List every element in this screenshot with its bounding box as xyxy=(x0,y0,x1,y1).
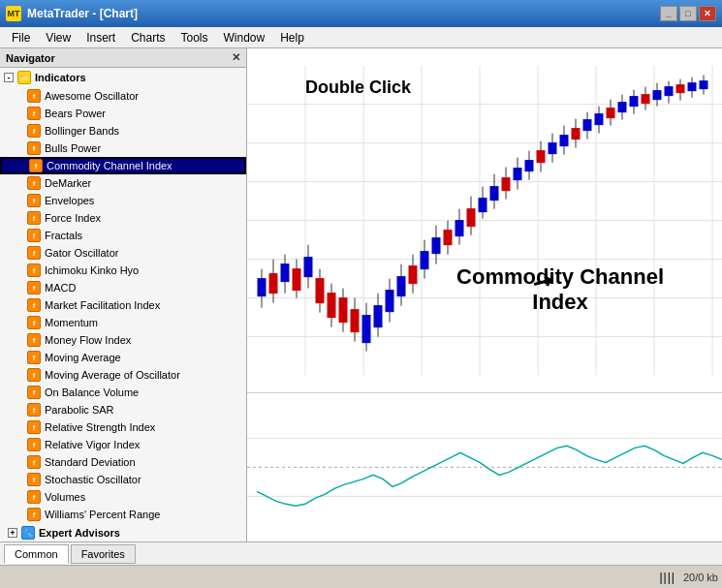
indicator-label-3: Bulls Power xyxy=(45,142,101,154)
menu-item-file[interactable]: File xyxy=(4,29,38,46)
indicator-label-19: Relative Strength Index xyxy=(45,421,155,433)
indicator-icon-20: f xyxy=(27,438,41,451)
status-info: 20/0 kb xyxy=(683,572,718,583)
svg-rect-72 xyxy=(583,120,591,131)
navigator-body[interactable]: - 📁 Indicators fAwesome OscillatorfBears… xyxy=(0,68,246,542)
indicators-section[interactable]: - 📁 Indicators xyxy=(0,68,246,87)
svg-rect-60 xyxy=(514,169,521,180)
indicator-label-23: Volumes xyxy=(45,491,85,503)
tab-favorites[interactable]: Favorites xyxy=(71,544,136,564)
indicator-item-24[interactable]: fWilliams' Percent Range xyxy=(0,506,246,523)
svg-rect-74 xyxy=(595,114,603,125)
minimize-button[interactable]: _ xyxy=(660,6,677,21)
navigator-close-button[interactable]: ✕ xyxy=(232,51,240,64)
svg-rect-82 xyxy=(642,95,649,104)
indicator-label-4: Commodity Channel Index xyxy=(47,160,173,171)
indicator-item-11[interactable]: fMACD xyxy=(0,279,246,296)
indicator-item-0[interactable]: fAwesome Oscillator xyxy=(0,87,246,105)
indicator-label-11: MACD xyxy=(45,282,76,294)
indicator-item-17[interactable]: fOn Balance Volume xyxy=(0,384,246,401)
menu-bar: FileViewInsertChartsToolsWindowHelp xyxy=(0,27,722,48)
indicator-label-10: Ichimoku Kinko Hyo xyxy=(45,264,139,276)
expert-advisors-section[interactable]: + 🔧 Expert Advisors xyxy=(0,523,246,542)
svg-rect-38 xyxy=(386,291,393,312)
bars-indicator-icon: |||| xyxy=(659,571,675,584)
svg-rect-64 xyxy=(537,151,545,163)
ea-folder-icon: 🔧 xyxy=(21,526,35,540)
double-click-annotation: Double Click xyxy=(305,77,411,98)
menu-item-help[interactable]: Help xyxy=(272,29,312,46)
svg-rect-68 xyxy=(560,136,568,146)
indicator-item-13[interactable]: fMomentum xyxy=(0,314,246,331)
indicator-label-20: Relative Vigor Index xyxy=(45,439,140,450)
svg-rect-56 xyxy=(490,187,498,201)
cci-chart-svg xyxy=(247,393,722,542)
indicator-item-8[interactable]: fFractals xyxy=(0,227,246,244)
cci-annotation: Commodity ChannelIndex xyxy=(456,264,664,316)
svg-rect-24 xyxy=(304,258,312,277)
indicator-label-21: Standard Deviation xyxy=(45,456,136,468)
indicator-item-20[interactable]: fRelative Vigor Index xyxy=(0,436,246,453)
indicator-icon-17: f xyxy=(27,386,41,399)
indicator-item-7[interactable]: fForce Index xyxy=(0,209,246,227)
indicator-item-1[interactable]: fBears Power xyxy=(0,105,246,122)
svg-rect-18 xyxy=(269,274,277,294)
bottom-bar: |||| 20/0 kb xyxy=(0,565,722,588)
svg-rect-86 xyxy=(665,87,673,96)
indicator-icon-21: f xyxy=(27,455,41,469)
svg-rect-70 xyxy=(572,129,580,139)
menu-item-window[interactable]: Window xyxy=(216,29,273,46)
indicator-icon-23: f xyxy=(27,490,41,504)
indicator-label-14: Money Flow Index xyxy=(45,334,131,346)
navigator-panel: Navigator ✕ - 📁 Indicators fAwesome Osci… xyxy=(0,48,247,542)
indicator-label-8: Fractals xyxy=(45,230,82,241)
indicators-expand-icon[interactable]: - xyxy=(4,73,14,82)
menu-item-insert[interactable]: Insert xyxy=(78,29,123,46)
indicator-item-10[interactable]: fIchimoku Kinko Hyo xyxy=(0,262,246,279)
indicator-item-22[interactable]: fStochastic Oscillator xyxy=(0,471,246,488)
svg-rect-28 xyxy=(328,294,335,318)
svg-rect-32 xyxy=(351,310,359,332)
tab-common[interactable]: Common xyxy=(4,544,69,564)
indicator-item-18[interactable]: fParabolic SAR xyxy=(0,401,246,418)
menu-item-charts[interactable]: Charts xyxy=(123,29,173,46)
indicator-item-9[interactable]: fGator Oscillator xyxy=(0,244,246,262)
svg-rect-48 xyxy=(444,231,452,245)
indicator-item-5[interactable]: fDeMarker xyxy=(0,174,246,192)
indicators-section-label: Indicators xyxy=(35,72,86,83)
indicator-icon-11: f xyxy=(27,281,41,294)
maximize-button[interactable]: □ xyxy=(679,6,697,21)
menu-item-view[interactable]: View xyxy=(38,29,78,46)
indicator-label-0: Awesome Oscillator xyxy=(45,90,139,102)
indicator-icon-9: f xyxy=(27,246,41,260)
svg-rect-78 xyxy=(618,103,626,112)
menu-item-tools[interactable]: Tools xyxy=(173,29,216,46)
indicator-label-16: Moving Average of Oscillator xyxy=(45,369,180,381)
close-button[interactable]: ✕ xyxy=(699,6,716,21)
navigator-header: Navigator ✕ xyxy=(0,48,246,68)
indicator-item-21[interactable]: fStandard Deviation xyxy=(0,453,246,471)
indicator-label-7: Force Index xyxy=(45,212,101,224)
svg-rect-62 xyxy=(525,161,533,171)
indicator-item-15[interactable]: fMoving Average xyxy=(0,349,246,366)
indicator-item-2[interactable]: fBollinger Bands xyxy=(0,122,246,139)
indicator-item-14[interactable]: fMoney Flow Index xyxy=(0,331,246,349)
indicator-item-23[interactable]: fVolumes xyxy=(0,488,246,506)
window-controls: _ □ ✕ xyxy=(660,6,716,21)
indicator-item-4[interactable]: fCommodity Channel Index xyxy=(0,157,246,174)
indicator-item-16[interactable]: fMoving Average of Oscillator xyxy=(0,366,246,384)
indicator-label-6: Envelopes xyxy=(45,195,94,206)
indicator-item-19[interactable]: fRelative Strength Index xyxy=(0,418,246,436)
indicator-icon-16: f xyxy=(27,368,41,382)
indicator-label-12: Market Facilitation Index xyxy=(45,299,160,311)
chart-area: Double Click Commodity ChannelIndex ↗ xyxy=(247,48,722,542)
svg-rect-90 xyxy=(688,83,696,91)
indicator-item-3[interactable]: fBulls Power xyxy=(0,139,246,157)
main-layout: Navigator ✕ - 📁 Indicators fAwesome Osci… xyxy=(0,48,722,542)
ea-expand-icon[interactable]: + xyxy=(8,528,17,538)
indicator-icon-10: f xyxy=(27,263,41,277)
indicator-item-6[interactable]: fEnvelopes xyxy=(0,192,246,209)
indicator-item-12[interactable]: fMarket Facilitation Index xyxy=(0,296,246,314)
svg-rect-52 xyxy=(467,209,475,227)
indicator-label-9: Gator Oscillator xyxy=(45,247,118,259)
